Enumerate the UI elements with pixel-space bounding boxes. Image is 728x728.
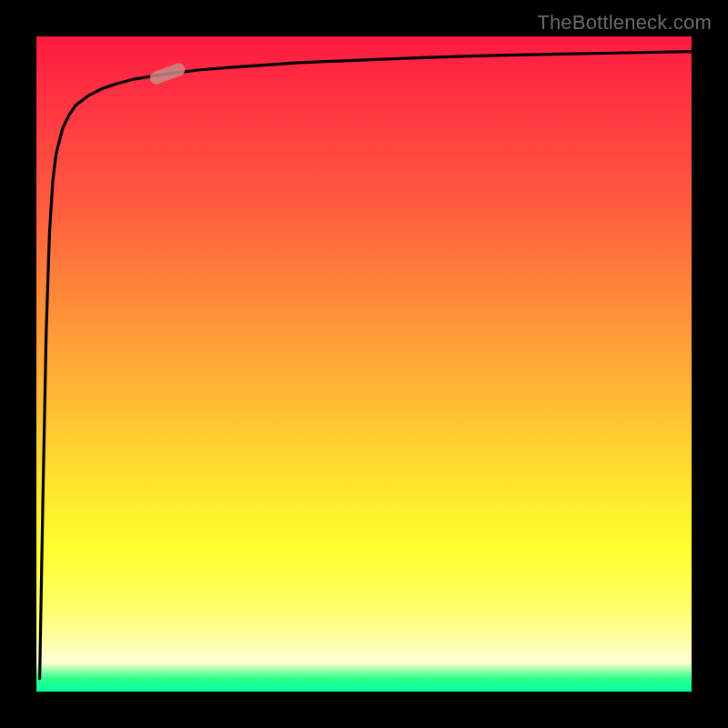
curve-layer bbox=[36, 36, 692, 692]
chart-frame: TheBottleneck.com bbox=[0, 0, 728, 728]
curve-marker bbox=[148, 62, 187, 86]
watermark-text: TheBottleneck.com bbox=[537, 11, 712, 35]
bottleneck-curve bbox=[40, 52, 692, 679]
svg-rect-0 bbox=[148, 62, 187, 86]
